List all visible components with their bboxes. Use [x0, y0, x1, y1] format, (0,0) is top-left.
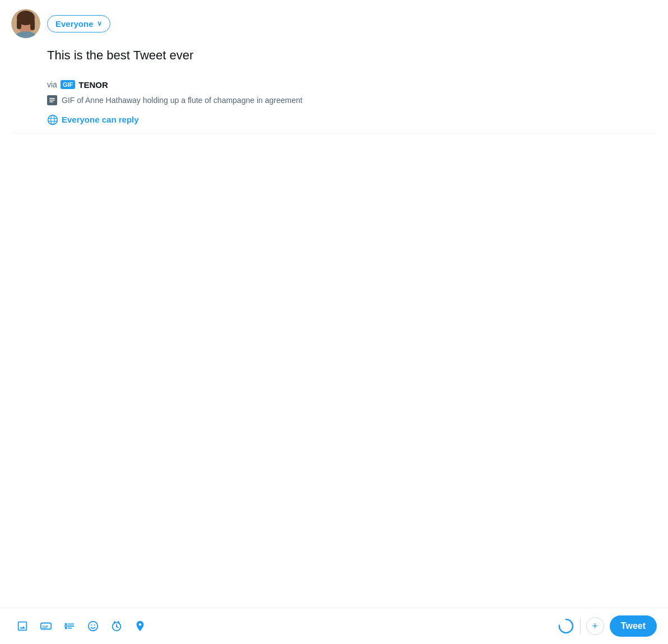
gif-description-text: GIF of Anne Hathaway holding up a flute …	[62, 96, 303, 105]
location-icon	[134, 620, 146, 632]
gif-badge: GIF	[61, 80, 75, 89]
svg-rect-5	[30, 19, 35, 30]
globe-icon	[47, 114, 58, 125]
svg-point-24	[91, 624, 92, 626]
add-tweet-button[interactable]: +	[586, 617, 604, 635]
audience-label: Everyone	[55, 19, 94, 29]
chevron-down-icon: ∨	[97, 20, 102, 27]
tweet-submit-button[interactable]: Tweet	[610, 615, 657, 637]
toolbar-icons: GIF	[11, 615, 555, 637]
audience-dropdown-button[interactable]: Everyone ∨	[47, 15, 110, 32]
everyone-can-reply[interactable]: Everyone can reply	[47, 108, 657, 129]
svg-text:GIF: GIF	[43, 625, 49, 629]
gif-button[interactable]: GIF	[35, 615, 57, 637]
via-label: via	[47, 80, 57, 89]
gif-icon: GIF	[40, 620, 52, 632]
poll-icon	[63, 620, 76, 632]
svg-rect-8	[49, 98, 55, 99]
svg-point-25	[94, 624, 95, 626]
poll-button[interactable]	[58, 615, 81, 637]
top-row: Everyone ∨	[11, 9, 657, 38]
schedule-button[interactable]	[105, 615, 128, 637]
svg-rect-10	[49, 101, 53, 102]
svg-rect-9	[49, 100, 55, 101]
emoji-button[interactable]	[82, 615, 104, 637]
svg-point-23	[89, 622, 98, 631]
tweet-text: This is the best Tweet ever	[47, 47, 657, 64]
svg-line-28	[117, 627, 118, 628]
svg-point-21	[65, 625, 67, 627]
bottom-toolbar: GIF	[0, 608, 668, 644]
image-icon	[16, 620, 29, 632]
gif-attribution: via GIF TENOR	[47, 77, 657, 93]
tenor-name: TENOR	[78, 80, 108, 90]
image-button[interactable]	[11, 615, 34, 637]
divider	[11, 133, 657, 134]
schedule-icon	[110, 620, 123, 632]
toolbar-right: + Tweet	[558, 615, 657, 637]
location-button[interactable]	[129, 615, 151, 637]
everyone-reply-label: Everyone can reply	[62, 115, 139, 124]
svg-line-30	[118, 622, 119, 623]
emoji-icon	[87, 620, 99, 632]
svg-line-29	[114, 622, 115, 623]
svg-point-12	[51, 115, 55, 124]
svg-rect-4	[17, 19, 21, 29]
gif-description: GIF of Anne Hathaway holding up a flute …	[47, 93, 657, 108]
svg-point-11	[48, 115, 58, 124]
compose-area: Everyone ∨ This is the best Tweet ever	[0, 0, 668, 608]
description-icon	[47, 95, 57, 105]
avatar	[11, 9, 40, 38]
character-counter	[558, 618, 574, 634]
tweet-text-area: This is the best Tweet ever	[11, 47, 657, 64]
toolbar-divider	[580, 618, 581, 634]
